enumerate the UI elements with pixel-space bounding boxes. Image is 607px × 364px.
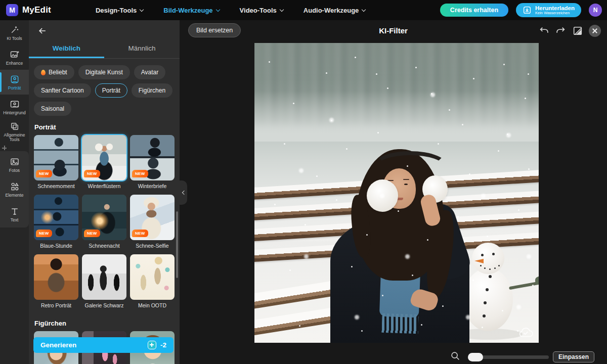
chip-beliebt[interactable]: Beliebt [34,65,74,79]
zoom-slider-thumb[interactable] [468,353,483,361]
sidebar-item-elemente[interactable]: Elemente [0,177,29,202]
sidebar-item-label: Enhance [6,61,23,66]
new-badge: NEW [36,230,52,237]
undo-icon [539,25,550,36]
chip-label: Beliebt [49,69,67,76]
filter-schneemoment[interactable]: NEW Schneemoment [34,135,78,193]
menu-label: Video-Tools [240,7,277,14]
chip-figuerchen[interactable]: Figürchen [132,83,172,98]
sidebar-media-group: Fotos Elemente Text [0,151,29,228]
chevron-down-icon [280,7,284,11]
filter-label: Retro Porträt [34,302,78,308]
redo-icon [555,25,566,36]
filter-mein-ootd[interactable]: Mein OOTD [130,254,175,312]
background-icon [10,99,20,109]
filter-label: Winterflüstern [82,183,126,189]
tab-weiblich[interactable]: Weiblich [29,40,104,58]
section-title-portraet: Porträt [29,116,180,135]
undo-button[interactable] [538,25,550,37]
get-credits-button[interactable]: Credits erhalten [440,4,508,17]
filter-retro-portraet[interactable]: Retro Porträt [34,254,78,312]
fit-button[interactable]: Einpassen [553,351,594,362]
filter-galerie-schwarz[interactable]: Galerie Schwarz [82,254,126,312]
credit-icon [148,341,156,349]
close-button[interactable] [589,25,601,37]
main-menu: Design-Tools Bild-Werkzeuge Video-Tools … [96,7,365,14]
download-button-subtitle: Kein Wasserzeichen [535,11,575,15]
new-badge: NEW [36,170,52,177]
panel-collapse-handle[interactable] [180,180,187,205]
compare-button[interactable] [572,25,584,37]
myedit-logo-icon: M [6,4,18,16]
generate-label: Generieren [40,341,76,349]
magic-wand-icon [10,25,20,35]
sidebar-item-label: KI Tools [7,36,22,41]
sidebar-divider [0,144,29,151]
filter-schneenacht[interactable]: NEW Schneenacht [82,195,126,252]
chip-saisonal[interactable]: Saisonal [34,102,71,116]
plus-icon [2,146,7,150]
image-sparkle-icon [10,50,20,60]
text-icon [10,206,20,216]
menu-video-tools[interactable]: Video-Tools [240,7,283,14]
filter-label: Schneenacht [82,243,126,249]
back-button[interactable] [36,24,49,37]
section-title-figuerchen: Figürchen [29,312,180,331]
sidebar-item-enhance[interactable]: Enhance [0,45,29,70]
sidebar-item-label: Porträt [8,86,21,90]
chevron-down-icon [362,7,366,11]
filter-winterbriefe[interactable]: NEW Winterbriefe [130,135,175,193]
chip-label: Sanfter Cartoon [41,87,84,94]
sidebar-item-label: Fotos [9,168,20,173]
compare-icon [572,25,583,36]
chip-avatar[interactable]: Avatar [134,65,165,79]
filter-thumbnail-art [34,254,78,300]
chevron-down-icon [215,7,220,11]
filter-label: Schneemoment [34,183,78,189]
chip-label: Digitale Kunst [85,69,123,76]
generate-button[interactable]: Generieren -2 [33,337,174,353]
sidebar-item-label: Elemente [6,193,24,198]
sidebar-item-text[interactable]: Text [0,202,29,226]
menu-bild-werkzeuge[interactable]: Bild-Werkzeuge [163,7,219,14]
filter-label: Winterbriefe [130,183,175,189]
new-badge: NEW [132,230,148,237]
category-chips: Beliebt Digitale Kunst Avatar Sanfter Ca… [29,59,180,116]
chip-digitale-kunst[interactable]: Digitale Kunst [78,65,130,79]
chip-portraet[interactable]: Porträt [95,83,127,98]
redo-button[interactable] [554,25,567,37]
new-badge: NEW [84,230,100,237]
sidebar-item-ki-tools[interactable]: KI Tools [0,20,29,45]
sidebar-item-allgemeine-tools[interactable]: Allgemeine Tools [0,119,29,144]
chip-sanfter-cartoon[interactable]: Sanfter Cartoon [34,83,91,98]
chip-label: Avatar [141,69,158,76]
filter-label: Mein OOTD [130,302,175,308]
filter-grid-portraet: NEW Schneemoment NEW Winterflüstern NEW … [29,135,180,312]
menu-design-tools[interactable]: Design-Tools [96,7,143,14]
filter-thumbnail-art [130,254,175,300]
sidebar-item-portraet[interactable]: Porträt [0,70,29,95]
sidebar-item-hintergrund[interactable]: Hintergrund [0,95,29,119]
filter-label: Schnee-Selfie [130,243,175,249]
filter-label: Galerie Schwarz [82,302,126,308]
generate-cost: -2 [160,341,166,349]
filter-thumbnail-art [82,254,126,300]
user-avatar[interactable]: N [589,4,602,17]
panel-scrollbar[interactable] [176,211,178,278]
filter-winterfluestern[interactable]: NEW Winterflüstern [82,135,126,193]
chip-label: Saisonal [41,105,64,112]
tab-maennlich[interactable]: Männlich [104,40,180,58]
filter-schnee-selfie[interactable]: NEW Schnee-Selfie [130,195,175,252]
zoom-slider[interactable] [468,355,549,359]
menu-audio-werkzeuge[interactable]: Audio-Werkzeuge [304,7,366,14]
filter-blaue-stunde[interactable]: NEW Blaue-Stunde [34,195,78,252]
download-button[interactable]: Herunterladen Kein Wasserzeichen [516,3,581,17]
myedit-logo[interactable]: M MyEdit [6,4,51,16]
top-navbar: M MyEdit Design-Tools Bild-Werkzeuge Vid… [0,0,607,20]
filter-label: Blaue-Stunde [34,243,78,249]
chevron-left-icon [182,191,186,195]
filter-panel: Weiblich Männlich Beliebt Digitale Kunst… [29,20,180,364]
sidebar-item-label: Allgemeine Tools [1,133,28,142]
sidebar-item-fotos[interactable]: Fotos [0,152,29,177]
zoom-button[interactable] [450,350,461,361]
